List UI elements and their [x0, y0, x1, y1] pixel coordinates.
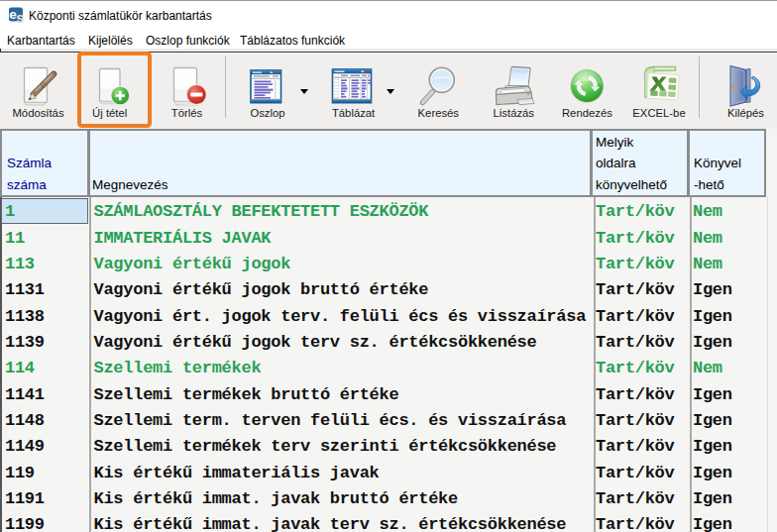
svg-text:S: S: [17, 13, 25, 24]
